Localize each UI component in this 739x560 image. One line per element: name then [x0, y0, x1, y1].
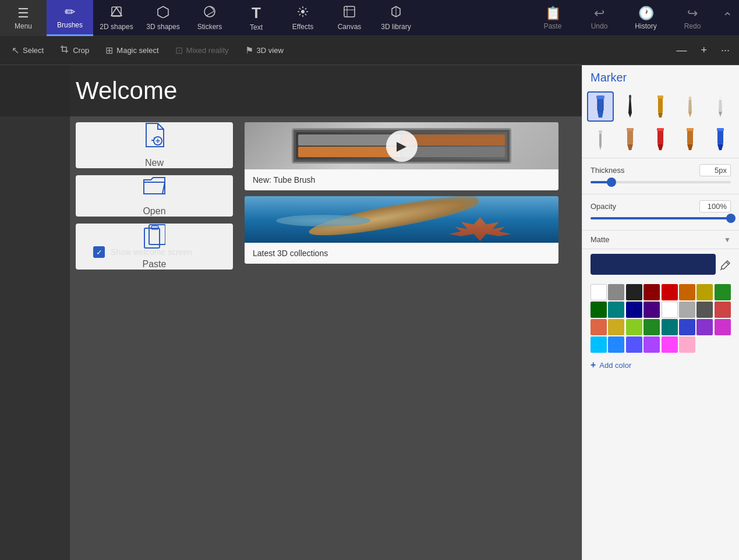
toolbar-2dshapes[interactable]: 2D shapes	[93, 0, 140, 36]
opacity-thumb[interactable]	[726, 214, 736, 223]
color-swatch[interactable]	[643, 302, 660, 318]
brush-pencil-1[interactable]	[677, 91, 703, 122]
toolbar-3dshapes[interactable]: 3D shapes	[140, 0, 186, 36]
subtoolbar-crop[interactable]: Crop	[53, 41, 96, 60]
svg-marker-21	[658, 113, 663, 118]
color-swatch[interactable]	[626, 302, 642, 318]
add-color-button[interactable]: + Add color	[591, 357, 731, 373]
color-swatch[interactable]	[643, 319, 660, 335]
toolbar-canvas[interactable]: Canvas	[326, 0, 373, 36]
toolbar-text[interactable]: T Text	[233, 0, 280, 36]
svg-point-19	[629, 95, 631, 97]
brush-pencil-2[interactable]	[707, 91, 734, 122]
subtoolbar-mixed-reality-label: Mixed reality	[186, 46, 229, 55]
toolbar-undo-label: Undo	[591, 22, 608, 30]
toolbar-paste[interactable]: 📋 Paste	[529, 0, 576, 36]
subtoolbar-3dview-label: 3D view	[257, 46, 284, 55]
color-swatch[interactable]	[662, 284, 678, 300]
color-swatch[interactable]	[591, 284, 607, 300]
brush-marker-2[interactable]	[617, 91, 643, 122]
eyedropper-button[interactable]	[719, 260, 731, 274]
zoom-in-btn[interactable]: +	[696, 42, 712, 59]
opacity-row: Opacity 100%	[591, 200, 731, 212]
main-area: Welcome	[0, 65, 739, 560]
3d-collections-card[interactable]: Latest 3D collections	[245, 196, 558, 264]
color-swatch[interactable]	[679, 319, 695, 335]
toolbar-redo[interactable]: ↪ Redo	[669, 0, 716, 36]
play-button[interactable]: ▶	[386, 130, 418, 162]
color-grid	[591, 284, 731, 353]
color-swatch[interactable]	[662, 336, 678, 353]
brush-pencil-3[interactable]	[587, 124, 614, 154]
toolbar-3dlibrary[interactable]: 3D library	[373, 0, 419, 36]
svg-rect-26	[657, 129, 663, 144]
color-swatch[interactable]	[679, 302, 695, 318]
brush-marker-1[interactable]	[587, 91, 614, 122]
color-swatch[interactable]	[591, 302, 607, 318]
toolbar-undo[interactable]: ↩ Undo	[576, 0, 623, 36]
color-swatch[interactable]	[696, 319, 713, 335]
color-swatch[interactable]	[608, 302, 624, 318]
brush-marker-3[interactable]	[647, 91, 674, 122]
brush-marker-6[interactable]	[677, 124, 703, 154]
toolbar-effects[interactable]: Effects	[280, 0, 326, 36]
zoom-out-btn[interactable]: —	[671, 42, 691, 59]
color-swatch[interactable]	[679, 336, 695, 353]
svg-rect-4	[344, 6, 355, 17]
color-swatch[interactable]	[591, 336, 607, 353]
subtoolbar-crop-label: Crop	[73, 46, 89, 55]
texture-row[interactable]: Matte ▼	[582, 231, 739, 249]
show-welcome-row[interactable]: ✓ Show welcome screen	[93, 246, 192, 258]
svg-rect-29	[687, 129, 693, 144]
side-panel: Marker	[582, 65, 739, 560]
color-swatch[interactable]	[643, 336, 660, 353]
plus-icon: +	[591, 360, 596, 370]
toolbar-collapse-btn[interactable]: ⌃	[716, 0, 739, 36]
opacity-slider[interactable]	[591, 217, 731, 219]
more-options-btn[interactable]: ···	[716, 42, 734, 59]
texture-dropdown-arrow: ▼	[724, 236, 731, 244]
color-swatch[interactable]	[608, 319, 624, 335]
color-swatch[interactable]	[591, 319, 607, 335]
color-swatch[interactable]	[608, 284, 624, 300]
subtoolbar-magic-select[interactable]: ⊞ Magic select	[98, 41, 165, 59]
brush-marker-7[interactable]	[707, 124, 734, 154]
new-card[interactable]: New	[76, 122, 233, 168]
subtoolbar-magic-select-label: Magic select	[116, 46, 158, 55]
color-swatch[interactable]	[715, 302, 731, 318]
toolbar-stickers[interactable]: Stickers	[186, 0, 233, 36]
color-swatch[interactable]	[626, 336, 642, 353]
svg-rect-20	[658, 97, 663, 113]
open-card[interactable]: Open	[76, 175, 233, 217]
color-swatch[interactable]	[715, 319, 731, 335]
subtoolbar-select[interactable]: ↖ Select	[5, 41, 51, 59]
thickness-thumb[interactable]	[607, 178, 616, 187]
color-swatch[interactable]	[643, 284, 660, 300]
color-swatch[interactable]	[662, 319, 678, 335]
select-cursor-icon: ↖	[12, 45, 19, 56]
color-swatch[interactable]	[662, 302, 678, 318]
brush-marker-5[interactable]	[647, 124, 674, 154]
show-welcome-checkbox[interactable]: ✓	[93, 246, 105, 258]
tube-brush-card[interactable]: ▶ New: Tube Brush	[245, 122, 558, 190]
toolbar-brushes[interactable]: ✏ Brushes	[47, 0, 93, 36]
color-swatch[interactable]	[696, 284, 713, 300]
color-swatch[interactable]	[608, 336, 624, 353]
open-card-label: Open	[143, 206, 165, 217]
color-swatch[interactable]	[696, 302, 713, 318]
color-swatch[interactable]	[715, 284, 731, 300]
new-card-label: New	[145, 158, 164, 168]
svg-marker-1	[111, 8, 122, 16]
subtoolbar-mixed-reality: ⊡ Mixed reality	[168, 41, 236, 59]
toolbar-menu[interactable]: ☰ Menu	[0, 0, 47, 36]
3dlibrary-icon	[390, 5, 402, 22]
active-color-bar[interactable]	[591, 254, 716, 275]
color-swatch[interactable]	[626, 284, 642, 300]
open-folder-icon	[143, 175, 166, 201]
color-swatch[interactable]	[679, 284, 695, 300]
toolbar-history[interactable]: 🕐 History	[623, 0, 669, 36]
thickness-slider[interactable]	[591, 181, 731, 183]
brush-marker-4[interactable]	[617, 124, 643, 154]
subtoolbar-3dview[interactable]: ⚑ 3D view	[238, 41, 291, 59]
color-swatch[interactable]	[626, 319, 642, 335]
